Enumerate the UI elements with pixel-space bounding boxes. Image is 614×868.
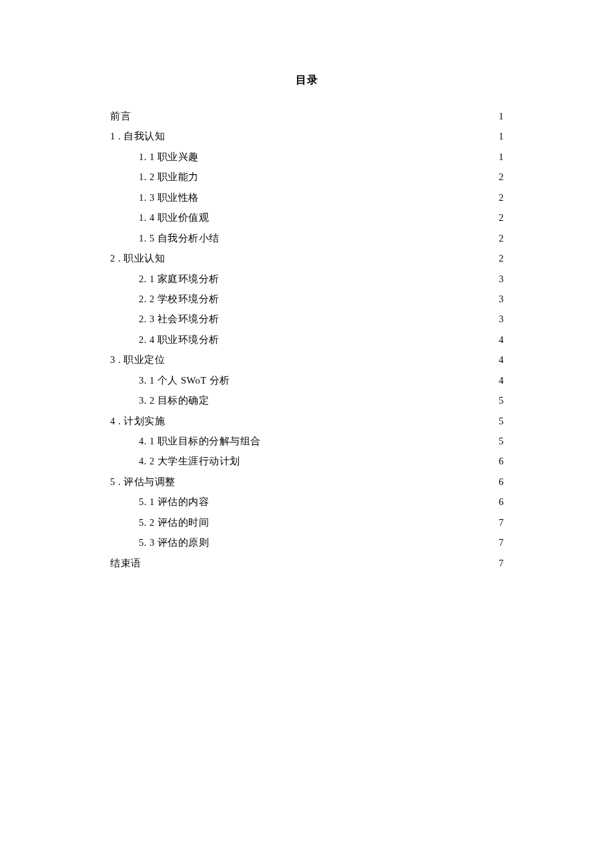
toc-entry: 4 . 计划实施5 — [110, 411, 504, 431]
toc-entry: 2. 3 社会环境分析3 — [110, 309, 504, 329]
toc-entry: 3. 1 个人 SWoT 分析4 — [110, 370, 504, 390]
toc-entry-label: 3. 2 目标的确定 — [139, 390, 209, 410]
toc-entry-page: 2 — [499, 207, 504, 228]
toc-entry: 1. 3 职业性格2 — [110, 187, 504, 207]
toc-entry: 5. 2 评估的时间7 — [110, 512, 504, 532]
toc-entry-label: 5 . 评估与调整 — [110, 472, 176, 492]
toc-entry-page: 1 — [499, 106, 504, 126]
toc-entry-label: 2. 1 家庭环境分析 — [139, 269, 220, 289]
toc-entry-label: 前言 — [110, 106, 131, 126]
toc-list: 前言11 . 自我认知11. 1 职业兴趣11. 2 职业能力21. 3 职业性… — [110, 106, 504, 573]
toc-title: 目录 — [110, 73, 504, 87]
toc-entry: 前言1 — [110, 106, 504, 126]
toc-entry-page: 6 — [499, 492, 504, 512]
toc-entry-page: 6 — [499, 472, 504, 492]
toc-entry-label: 4. 2 大学生涯行动计划 — [139, 451, 240, 471]
toc-entry: 3 . 职业定位4 — [110, 350, 504, 370]
toc-entry: 4. 1 职业目标的分解与组合5 — [110, 431, 504, 451]
toc-entry: 2 . 职业认知2 — [110, 248, 504, 268]
toc-entry-label: 5. 3 评估的原则 — [139, 532, 209, 552]
toc-entry: 2. 2 学校环境分析3 — [110, 289, 504, 309]
toc-entry-page: 5 — [499, 431, 504, 451]
toc-entry: 1. 2 职业能力2 — [110, 167, 504, 187]
toc-entry-page: 4 — [499, 330, 504, 350]
toc-entry-page: 2 — [499, 248, 504, 268]
toc-entry-label: 3. 1 个人 SWoT 分析 — [139, 370, 230, 390]
toc-entry-label: 2. 4 职业环境分析 — [139, 330, 220, 350]
toc-entry-page: 1 — [499, 147, 504, 167]
toc-entry-page: 2 — [499, 167, 504, 187]
toc-entry: 1. 5 自我分析小结2 — [110, 228, 504, 248]
toc-entry-label: 2 . 职业认知 — [110, 248, 165, 268]
toc-entry-label: 结束语 — [110, 553, 141, 573]
toc-entry-page: 3 — [499, 289, 504, 309]
toc-entry-page: 2 — [499, 187, 504, 207]
toc-entry-page: 1 — [499, 126, 504, 146]
toc-entry: 1 . 自我认知1 — [110, 126, 504, 146]
toc-entry-page: 7 — [499, 553, 504, 573]
document-page: 目录 前言11 . 自我认知11. 1 职业兴趣11. 2 职业能力21. 3 … — [0, 0, 614, 573]
toc-entry-page: 4 — [499, 370, 504, 390]
toc-entry-label: 5. 2 评估的时间 — [139, 512, 209, 532]
toc-entry: 4. 2 大学生涯行动计划6 — [110, 451, 504, 471]
toc-entry-page: 6 — [499, 451, 504, 471]
toc-entry-page: 5 — [499, 411, 504, 431]
toc-entry: 1. 1 职业兴趣1 — [110, 147, 504, 167]
toc-entry-label: 1 . 自我认知 — [110, 126, 165, 146]
toc-entry: 2. 4 职业环境分析4 — [110, 330, 504, 350]
toc-entry-label: 1. 5 自我分析小结 — [139, 228, 220, 248]
toc-entry-page: 3 — [499, 269, 504, 289]
toc-entry-page: 3 — [499, 309, 504, 329]
toc-entry: 5. 3 评估的原则7 — [110, 532, 504, 552]
toc-entry-label: 4. 1 职业目标的分解与组合 — [139, 431, 261, 451]
toc-entry: 1. 4 职业价值观2 — [110, 207, 504, 228]
toc-entry-page: 7 — [499, 512, 504, 532]
toc-entry-page: 2 — [499, 228, 504, 248]
toc-entry-label: 1. 3 职业性格 — [139, 187, 199, 207]
toc-entry-label: 4 . 计划实施 — [110, 411, 165, 431]
toc-entry: 2. 1 家庭环境分析3 — [110, 269, 504, 289]
toc-entry-page: 4 — [499, 350, 504, 370]
toc-entry-label: 2. 2 学校环境分析 — [139, 289, 220, 309]
toc-entry-label: 3 . 职业定位 — [110, 350, 165, 370]
toc-entry-page: 7 — [499, 532, 504, 552]
toc-entry-page: 5 — [499, 390, 504, 410]
toc-entry-label: 5. 1 评估的内容 — [139, 492, 209, 512]
toc-entry: 5 . 评估与调整6 — [110, 472, 504, 492]
toc-entry-label: 1. 4 职业价值观 — [139, 207, 209, 228]
toc-entry: 结束语7 — [110, 553, 504, 573]
toc-entry-label: 2. 3 社会环境分析 — [139, 309, 220, 329]
toc-entry: 3. 2 目标的确定5 — [110, 390, 504, 410]
toc-entry: 5. 1 评估的内容6 — [110, 492, 504, 512]
toc-entry-label: 1. 2 职业能力 — [139, 167, 199, 187]
toc-entry-label: 1. 1 职业兴趣 — [139, 147, 199, 167]
